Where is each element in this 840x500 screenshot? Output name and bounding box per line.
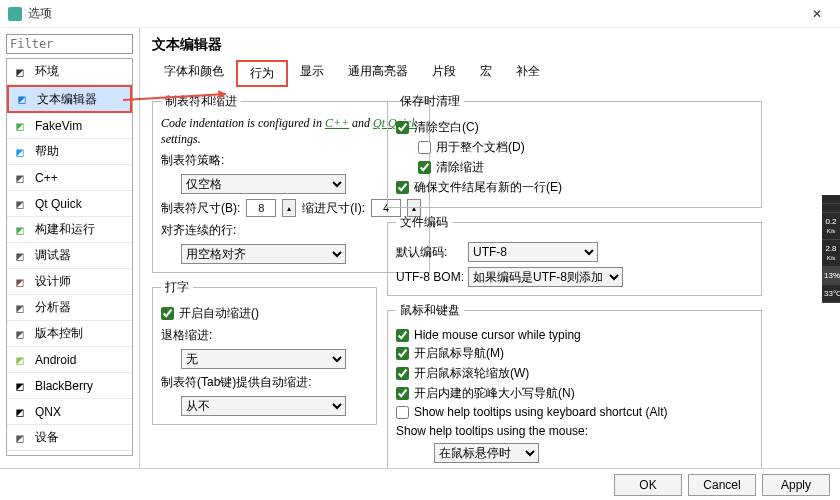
autoindent-label: 开启自动缩进() [179, 305, 259, 322]
sidebar-item-label: Android [35, 353, 76, 367]
tabkey-select[interactable]: 从不 [181, 396, 346, 416]
sidebar-item-texteditor[interactable]: ◩文本编辑器 [7, 85, 132, 113]
tooltip-kb-label: Show help tooltips using keyboard shortc… [414, 405, 667, 419]
apply-button[interactable]: Apply [762, 474, 830, 496]
sidebar-item-label: 设备 [35, 429, 59, 446]
category-icon: ◩ [11, 195, 29, 213]
sidebar-item-label: 文本编辑器 [37, 91, 97, 108]
category-list: ◩环境◩文本编辑器◩FakeVim◩帮助◩C++◩Qt Quick◩构建和运行◩… [6, 58, 133, 456]
tabsize-input[interactable] [246, 199, 276, 217]
category-icon: ◩ [11, 247, 29, 265]
wholedoc-checkbox[interactable] [418, 141, 431, 154]
tab-2[interactable]: 显示 [288, 60, 336, 87]
ok-button[interactable]: OK [614, 474, 682, 496]
newline-checkbox[interactable] [396, 181, 409, 194]
sidebar-item-env[interactable]: ◩环境 [7, 59, 132, 85]
filter-input[interactable] [6, 34, 133, 54]
sidebar-item-blackberry[interactable]: ◩BlackBerry [7, 373, 132, 399]
category-icon: ◩ [11, 169, 29, 187]
sidebar-item-label: 分析器 [35, 299, 71, 316]
button-bar: OK Cancel Apply [0, 468, 840, 500]
clearindent-checkbox[interactable] [418, 161, 431, 174]
default-enc-label: 默认编码: [396, 244, 462, 261]
sidebar-item-label: 调试器 [35, 247, 71, 264]
bom-select[interactable]: 如果编码是UTF-8则添加 [468, 267, 623, 287]
tab-3[interactable]: 通用高亮器 [336, 60, 420, 87]
tab-4[interactable]: 片段 [420, 60, 468, 87]
system-monitor-widget: 0.2K/s 2.8K/s 13% 33°C [822, 195, 840, 303]
align-select[interactable]: 用空格对齐 [181, 244, 346, 264]
titlebar: 选项 ✕ [0, 0, 840, 28]
sidebar-item-qtquick[interactable]: ◩Qt Quick [7, 191, 132, 217]
sidebar-item-fakevim[interactable]: ◩FakeVim [7, 113, 132, 139]
tab-0[interactable]: 字体和颜色 [152, 60, 236, 87]
sidebar-item-label: Qt Quick [35, 197, 82, 211]
sidebar-item-analyzer[interactable]: ◩分析器 [7, 295, 132, 321]
sidebar-item-designer[interactable]: ◩设计师 [7, 269, 132, 295]
close-icon[interactable]: ✕ [802, 7, 832, 21]
camelcase-checkbox[interactable] [396, 387, 409, 400]
hide-cursor-label: Hide mouse cursor while typing [414, 328, 581, 342]
category-icon: ◩ [11, 325, 29, 343]
mouse-nav-label: 开启鼠标导航(M) [414, 345, 504, 362]
sidebar-item-label: 构建和运行 [35, 221, 95, 238]
bom-label: UTF-8 BOM: [396, 270, 462, 284]
category-icon: ◩ [13, 90, 31, 108]
wholedoc-label: 用于整个文档(D) [436, 139, 525, 156]
tab-policy-select[interactable]: 仅空格 [181, 174, 346, 194]
sidebar-item-android[interactable]: ◩Android [7, 347, 132, 373]
group-mouse: 鼠标和键盘 Hide mouse cursor while typing 开启鼠… [387, 302, 762, 468]
sidebar-item-debugger[interactable]: ◩调试器 [7, 243, 132, 269]
sidebar-item-cpp[interactable]: ◩C++ [7, 165, 132, 191]
spin-icon[interactable]: ▴ [282, 199, 296, 217]
tooltip-kb-checkbox[interactable] [396, 406, 409, 419]
tab-6[interactable]: 补全 [504, 60, 552, 87]
category-icon: ◩ [11, 299, 29, 317]
group-encoding: 文件编码 默认编码:UTF-8 UTF-8 BOM:如果编码是UTF-8则添加 [387, 214, 762, 296]
tab-bar: 字体和颜色行为显示通用高亮器片段宏补全 [152, 60, 828, 87]
autoindent-checkbox[interactable] [161, 307, 174, 320]
legend-cleanup: 保存时清理 [396, 93, 464, 110]
sidebar-item-buildrun[interactable]: ◩构建和运行 [7, 217, 132, 243]
clearblank-checkbox[interactable] [396, 121, 409, 134]
cancel-button[interactable]: Cancel [688, 474, 756, 496]
sidebar-item-label: FakeVim [35, 119, 82, 133]
tabkey-label: 制表符(Tab键)提供自动缩进: [161, 374, 312, 391]
group-typing: 打字 开启自动缩进() 退格缩进: 无 制表符(Tab键)提供自动缩进: 从不 [152, 279, 377, 425]
category-icon: ◩ [11, 143, 29, 161]
page-title: 文本编辑器 [152, 36, 828, 54]
sidebar-item-label: BlackBerry [35, 379, 93, 393]
link-cpp[interactable]: C++ [325, 116, 349, 130]
sidebar-item-label: 帮助 [35, 143, 59, 160]
content-pane: 文本编辑器 字体和颜色行为显示通用高亮器片段宏补全 制表符和缩进 Code in… [140, 28, 840, 468]
scroll-zoom-checkbox[interactable] [396, 367, 409, 380]
category-icon: ◩ [11, 117, 29, 135]
legend-mouse: 鼠标和键盘 [396, 302, 464, 319]
sidebar-item-help[interactable]: ◩帮助 [7, 139, 132, 165]
clearblank-label: 清除空白(C) [414, 119, 479, 136]
indentsize-label: 缩进尺寸(I): [302, 200, 365, 217]
tooltip-mouse-label: Show help tooltips using the mouse: [396, 424, 588, 438]
category-icon: ◩ [11, 429, 29, 447]
backspace-select[interactable]: 无 [181, 349, 346, 369]
camelcase-label: 开启内建的驼峰大小写导航(N) [414, 385, 575, 402]
mouse-nav-checkbox[interactable] [396, 347, 409, 360]
sidebar-item-qnx[interactable]: ◩QNX [7, 399, 132, 425]
sidebar-item-devices[interactable]: ◩设备 [7, 425, 132, 451]
legend-typing: 打字 [161, 279, 193, 296]
app-logo-icon [8, 7, 22, 21]
sidebar-item-label: 设计师 [35, 273, 71, 290]
indent-note: Code indentation is configured in C++ an… [161, 116, 421, 147]
category-icon: ◩ [11, 63, 29, 81]
scroll-zoom-label: 开启鼠标滚轮缩放(W) [414, 365, 529, 382]
tooltip-mouse-select[interactable]: 在鼠标悬停时 [434, 443, 539, 463]
tabsize-label: 制表符尺寸(B): [161, 200, 240, 217]
sidebar-item-label: QNX [35, 405, 61, 419]
sidebar-item-vcs[interactable]: ◩版本控制 [7, 321, 132, 347]
hide-cursor-checkbox[interactable] [396, 329, 409, 342]
align-label: 对齐连续的行: [161, 222, 236, 239]
tab-5[interactable]: 宏 [468, 60, 504, 87]
sidebar-item-label: 环境 [35, 63, 59, 80]
default-enc-select[interactable]: UTF-8 [468, 242, 598, 262]
tab-1[interactable]: 行为 [236, 60, 288, 87]
